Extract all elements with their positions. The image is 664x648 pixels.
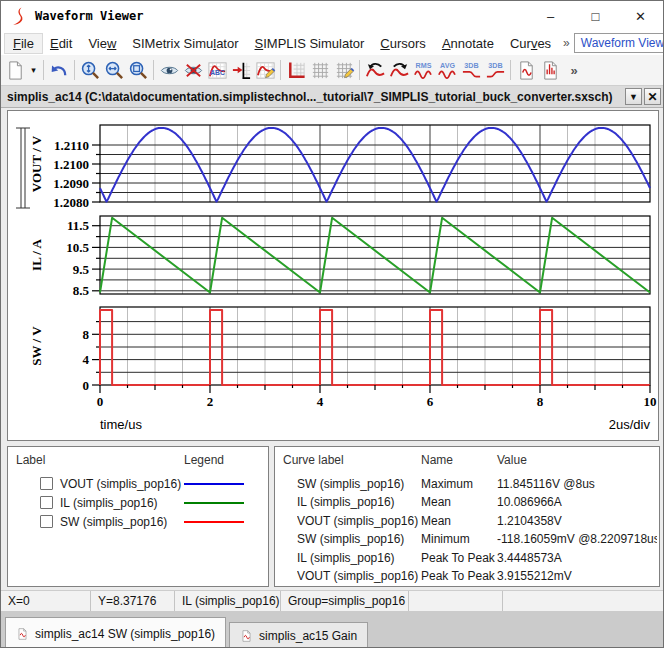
viewer-mode-select[interactable]: Waveform Viewer▼ bbox=[574, 33, 664, 53]
menu-item-simplis-simulator[interactable]: SIMPLIS Simulator bbox=[247, 34, 373, 53]
toolbar-separator bbox=[43, 60, 44, 80]
fourier-doc-button[interactable] bbox=[538, 57, 562, 83]
lowpass-3db-button[interactable]: 3DB bbox=[459, 57, 483, 83]
undo-button[interactable] bbox=[47, 57, 71, 83]
measurement-row[interactable]: SW (simplis_pop16)Maximum11.845116V @8us bbox=[275, 474, 659, 493]
zoom-y-fit-button[interactable] bbox=[78, 57, 102, 83]
status-field-empty bbox=[409, 591, 503, 611]
add-curve-to-axis-button[interactable] bbox=[229, 57, 253, 83]
sw-ytick-label: 4 bbox=[83, 352, 90, 367]
menu-item-cursors[interactable]: Cursors bbox=[372, 34, 434, 53]
measurement-curve: VOUT (simplis_pop16) bbox=[297, 514, 421, 528]
measurement-value: -118.16059mV @8.2209718us bbox=[497, 532, 657, 546]
minimize-button[interactable]: – bbox=[528, 1, 573, 31]
menu-overflow-chevron[interactable]: » bbox=[559, 36, 574, 50]
vout-ytick-label: 1.2100 bbox=[53, 157, 89, 172]
zoom-area-button[interactable] bbox=[126, 57, 150, 83]
il-axis-label[interactable]: IL / A bbox=[29, 238, 44, 270]
simetrix-logo-icon bbox=[10, 7, 25, 26]
document-tab-buttons: ▼ ✕ bbox=[623, 88, 661, 105]
new-waveform-doc-button[interactable] bbox=[514, 57, 538, 83]
menu-item-edit[interactable]: Edit bbox=[42, 34, 80, 53]
measurement-name: Peak To Peak bbox=[421, 569, 495, 583]
menu-item-simetrix-simulator[interactable]: SIMetrix Simulator bbox=[124, 34, 246, 53]
toolbar-separator bbox=[510, 60, 511, 80]
x-tick-label: 0 bbox=[97, 394, 104, 409]
zoom-x-fit-button[interactable] bbox=[102, 57, 126, 83]
toolbar-overflow[interactable]: » bbox=[562, 57, 586, 83]
status-field-2: Y=8.37176 bbox=[91, 591, 175, 611]
next-curve-button[interactable] bbox=[387, 57, 411, 83]
measurement-curve: SW (simplis_pop16) bbox=[297, 532, 421, 546]
new-grid-button[interactable] bbox=[308, 57, 332, 83]
vout-ytick-label: 1.2110 bbox=[54, 138, 89, 153]
toolbar-separator bbox=[74, 60, 75, 80]
previous-curve-icon bbox=[365, 60, 386, 81]
new-document-button[interactable] bbox=[3, 57, 27, 83]
avg-curve-button[interactable]: AVG bbox=[435, 57, 459, 83]
add-curve-to-axis-icon bbox=[231, 60, 252, 81]
vout-axis-label[interactable]: VOUT / V bbox=[29, 135, 44, 192]
svg-text:RMS: RMS bbox=[415, 62, 431, 70]
graph-tab-label: simplis_ac14 SW (simplis_pop16) bbox=[35, 627, 215, 641]
highpass-3db-button[interactable]: 3DB bbox=[483, 57, 507, 83]
legend-curve-label[interactable]: VOUT (simplis_pop16) bbox=[60, 477, 181, 491]
hide-curve-button[interactable] bbox=[181, 57, 205, 83]
menu-item-curves[interactable]: Curves bbox=[502, 34, 559, 53]
x-axis: 0246810time/us2us/div bbox=[97, 385, 657, 432]
legend-panel: LabelLegendVOUT (simplis_pop16)IL (simpl… bbox=[7, 446, 269, 587]
waveform-plot-area[interactable]: 1.20801.20901.21001.2110VOUT / V8.59.510… bbox=[8, 111, 658, 440]
measurement-row[interactable]: VOUT (simplis_pop16)Mean1.2104358V bbox=[275, 511, 659, 530]
legend-row[interactable]: VOUT (simplis_pop16) bbox=[8, 474, 268, 493]
document-close-button[interactable]: ✕ bbox=[644, 88, 661, 105]
x-tick-label: 4 bbox=[317, 394, 324, 409]
legend-row[interactable]: SW (simplis_pop16) bbox=[8, 512, 268, 531]
il-ytick-label: 8.5 bbox=[73, 283, 90, 298]
curve-visibility-checkbox[interactable] bbox=[40, 477, 53, 490]
title-bar: Waveform Viewer – □ ✕ bbox=[1, 1, 663, 31]
zoom-area-icon bbox=[128, 60, 149, 81]
maximize-button[interactable]: □ bbox=[573, 1, 618, 31]
document-tab-title[interactable]: simplis_ac14 (C:\data\documentation.simp… bbox=[7, 90, 613, 104]
curve-visibility-checkbox[interactable] bbox=[40, 496, 53, 509]
status-field-3: IL (simplis_pop16) bbox=[175, 591, 281, 611]
close-button[interactable]: ✕ bbox=[618, 1, 663, 31]
sw-axis-label[interactable]: SW / V bbox=[29, 326, 44, 366]
lowpass-3db-icon: 3DB bbox=[461, 60, 482, 81]
measurement-row[interactable]: SW (simplis_pop16)Minimum-118.16059mV @8… bbox=[275, 530, 659, 549]
previous-curve-button[interactable] bbox=[363, 57, 387, 83]
measurement-curve: IL (simplis_pop16) bbox=[297, 495, 421, 509]
legend-curve-label[interactable]: IL (simplis_pop16) bbox=[60, 496, 158, 510]
measure-header-name: Name bbox=[421, 453, 453, 467]
selected-axis-indicator bbox=[16, 128, 30, 208]
rms-curve-button[interactable]: RMS bbox=[411, 57, 435, 83]
edit-curve-button[interactable] bbox=[253, 57, 277, 83]
menu-item-annotate[interactable]: Annotate bbox=[434, 34, 502, 53]
il-ytick-label: 9.5 bbox=[73, 262, 90, 277]
legend-curve-label[interactable]: SW (simplis_pop16) bbox=[60, 515, 167, 529]
graph-tab-simplis_ac14[interactable]: simplis_ac14 SW (simplis_pop16) bbox=[5, 617, 226, 648]
svg-text:3DB: 3DB bbox=[464, 62, 478, 70]
sw-plot: 048SW / V bbox=[29, 307, 650, 393]
new-document-dropdown[interactable]: ▾ bbox=[27, 57, 40, 83]
document-list-dropdown-button[interactable]: ▼ bbox=[625, 88, 642, 105]
measurement-name: Mean bbox=[421, 495, 495, 509]
menu-bar: FileEditViewSIMetrix SimulatorSIMPLIS Si… bbox=[1, 31, 663, 55]
measurement-row[interactable]: VOUT (simplis_pop16)Peak To Peak3.915521… bbox=[275, 567, 659, 586]
graph-tab-simplis_ac15[interactable]: simplis_ac15 Gain bbox=[229, 622, 368, 648]
menu-item-file[interactable]: File bbox=[5, 34, 42, 53]
measurement-row[interactable]: IL (simplis_pop16)Peak To Peak3.4448573A bbox=[275, 548, 659, 567]
document-tab-bar: simplis_ac14 (C:\data\documentation.simp… bbox=[1, 86, 663, 108]
edit-grid-button[interactable] bbox=[332, 57, 356, 83]
show-curve-button[interactable] bbox=[157, 57, 181, 83]
legend-row[interactable]: IL (simplis_pop16) bbox=[8, 493, 268, 512]
curve-visibility-checkbox[interactable] bbox=[40, 515, 53, 528]
new-waveform-doc-icon bbox=[516, 60, 537, 81]
edit-curve-icon bbox=[255, 60, 276, 81]
menu-item-view[interactable]: View bbox=[80, 34, 124, 53]
measurement-name: Minimum bbox=[421, 532, 495, 546]
x-tick-label: 2 bbox=[207, 394, 214, 409]
new-axis-button[interactable] bbox=[284, 57, 308, 83]
curve-label-button[interactable]: ABC bbox=[205, 57, 229, 83]
measurement-row[interactable]: IL (simplis_pop16)Mean10.086966A bbox=[275, 493, 659, 512]
